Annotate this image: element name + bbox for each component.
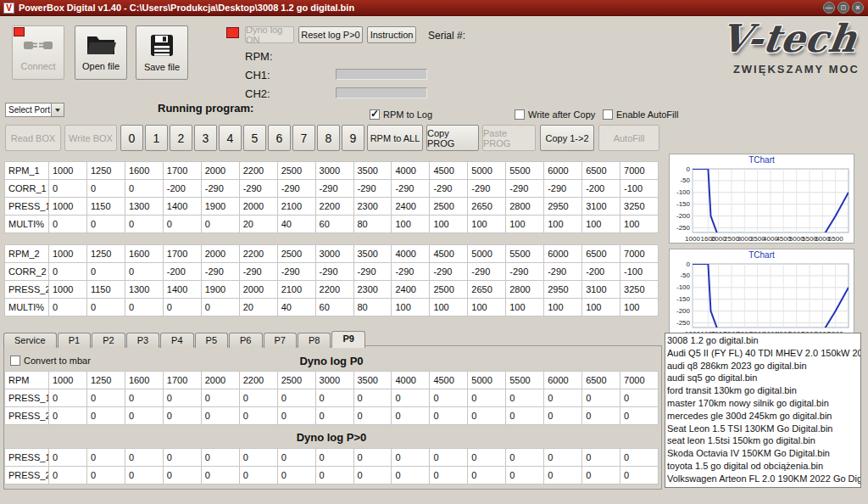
table-cell[interactable]: 100 (544, 216, 582, 233)
table-cell[interactable]: 5500 (506, 245, 544, 263)
table-cell[interactable]: 100 (506, 216, 544, 233)
table-cell[interactable]: -290 (353, 180, 392, 198)
table-cell[interactable]: 60 (315, 299, 353, 316)
table-cell[interactable]: 1400 (163, 198, 201, 216)
table-cell[interactable]: 0 (392, 407, 430, 425)
table-cell[interactable]: 100 (468, 299, 506, 316)
table-cell[interactable]: 0 (125, 449, 163, 467)
table-cell[interactable]: 0 (86, 449, 125, 467)
table-cell[interactable]: 0 (163, 299, 201, 316)
instruction-button[interactable]: Instruction (367, 26, 416, 43)
table-cell[interactable]: 100 (620, 299, 659, 316)
table-cell[interactable]: 1600 (125, 245, 163, 263)
table-cell[interactable]: 0 (468, 389, 506, 407)
table-cell[interactable]: 0 (163, 389, 201, 407)
table-cell[interactable]: -290 (239, 180, 277, 198)
table-cell[interactable]: 0 (620, 389, 659, 407)
file-list-item[interactable]: toyota 1.5 go digital od obciążenia.bin (667, 460, 860, 473)
table-cell[interactable]: -200 (582, 180, 620, 198)
table-cell[interactable]: 100 (620, 216, 659, 233)
table-cell[interactable]: -290 (506, 180, 544, 198)
table-cell[interactable]: 1600 (125, 372, 163, 389)
table-cell[interactable]: -290 (315, 180, 353, 198)
file-list-item[interactable]: Seat Leon 1.5 TSI 130KM Go Digital.bin (667, 423, 860, 435)
tab-service[interactable]: Service (3, 333, 57, 348)
table-cell[interactable]: 1000 (49, 281, 87, 299)
table-cell[interactable]: 0 (430, 389, 468, 407)
table-cell[interactable]: 0 (506, 407, 544, 425)
table-cell[interactable]: 2100 (277, 281, 315, 299)
table-cell[interactable]: 100 (468, 216, 506, 233)
table-cell[interactable]: -200 (163, 180, 201, 198)
table-cell[interactable]: 0 (392, 449, 430, 467)
table-cell[interactable]: 0 (163, 449, 201, 467)
table-cell[interactable]: 3500 (353, 245, 392, 263)
table-cell[interactable]: -200 (582, 263, 620, 281)
table-cell[interactable]: 2650 (468, 281, 506, 299)
table-cell[interactable]: -290 (277, 263, 315, 281)
table-cell[interactable]: 80 (353, 216, 392, 233)
close-button[interactable]: × (852, 2, 864, 14)
table-cell[interactable]: 0 (201, 389, 239, 407)
tab-p8[interactable]: P8 (298, 333, 331, 348)
table-cell[interactable]: 5000 (468, 245, 506, 263)
maximize-button[interactable]: □ (837, 2, 849, 14)
table-cell[interactable]: 100 (506, 299, 544, 316)
table-cell[interactable]: 2000 (239, 198, 277, 216)
table-cell[interactable]: 100 (544, 299, 582, 316)
write-box-button[interactable]: Write BOX (64, 125, 117, 151)
reset-log-button[interactable]: Reset log P>0 (298, 26, 363, 43)
table-cell[interactable]: 4500 (430, 162, 468, 180)
table-cell[interactable]: 2650 (468, 198, 506, 216)
table-cell[interactable]: -290 (430, 263, 468, 281)
table-cell[interactable]: 0 (86, 216, 125, 233)
table-cell[interactable]: 0 (49, 407, 87, 425)
table-cell[interactable]: 0 (468, 407, 506, 425)
table-cell[interactable]: 0 (353, 407, 392, 425)
table-cell[interactable]: 0 (392, 389, 430, 407)
table-cell[interactable]: 3000 (315, 162, 353, 180)
table-cell[interactable]: 2000 (201, 372, 239, 389)
table-cell[interactable]: 2950 (544, 198, 582, 216)
table-cell[interactable]: 6500 (582, 162, 620, 180)
table-cell[interactable]: 0 (544, 467, 582, 484)
table-cell[interactable]: 0 (468, 467, 506, 484)
table-cell[interactable]: 3100 (582, 281, 620, 299)
table-cell[interactable]: 0 (49, 449, 87, 467)
table-cell[interactable]: 1250 (86, 162, 125, 180)
table-cell[interactable]: 2800 (506, 198, 544, 216)
table-cell[interactable]: 0 (49, 467, 87, 484)
table-cell[interactable]: 0 (201, 216, 239, 233)
table-cell[interactable]: 0 (239, 449, 277, 467)
table-cell[interactable]: 0 (506, 389, 544, 407)
table-cell[interactable]: 1300 (125, 281, 163, 299)
table-cell[interactable]: 1000 (49, 372, 87, 389)
table-cell[interactable]: 6000 (544, 245, 582, 263)
table-cell[interactable]: 0 (86, 299, 125, 316)
table-cell[interactable]: 0 (86, 467, 125, 484)
digit-button-2[interactable]: 2 (170, 125, 192, 151)
table-cell[interactable]: 0 (506, 467, 544, 484)
table-cell[interactable]: 100 (430, 299, 468, 316)
table-cell[interactable]: 2200 (239, 245, 277, 263)
table-cell[interactable]: 0 (544, 449, 582, 467)
file-list-item[interactable]: seat leon 1.5tsi 150km go digital.bin (667, 434, 860, 447)
table-cell[interactable]: 0 (582, 389, 620, 407)
tab-p6[interactable]: P6 (229, 333, 262, 348)
table-cell[interactable]: 100 (392, 216, 430, 233)
table-cell[interactable]: 100 (430, 216, 468, 233)
table-cell[interactable]: 1400 (163, 281, 201, 299)
file-list-item[interactable]: ford transit 130km go digital.bin (667, 384, 860, 397)
table-cell[interactable]: 0 (125, 263, 163, 281)
table-cell[interactable]: 0 (163, 216, 201, 233)
table-cell[interactable]: 0 (277, 389, 315, 407)
digit-button-7[interactable]: 7 (292, 125, 315, 151)
table-cell[interactable]: 0 (430, 467, 468, 484)
chevron-down-icon[interactable] (51, 104, 64, 116)
table-cell[interactable]: 0 (430, 449, 468, 467)
table-cell[interactable]: 2300 (353, 198, 392, 216)
file-list-item[interactable]: audi q8 286km 2023 go digital.bin (667, 360, 860, 372)
table-cell[interactable]: 4000 (392, 372, 430, 389)
file-list-item[interactable]: Volkswagen Arteon FL 2.0 190KM 2022 Go D… (667, 473, 860, 485)
table-cell[interactable]: 0 (544, 407, 582, 425)
